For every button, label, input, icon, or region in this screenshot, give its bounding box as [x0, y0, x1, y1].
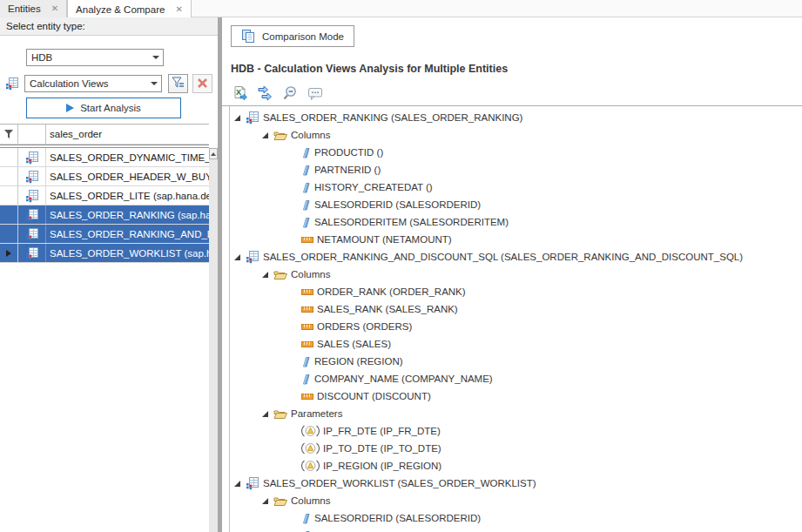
tree-row[interactable]: SALES_RANK (SALES_RANK) — [230, 300, 802, 318]
tree-item-label: SALESORDERID (SALESORDERID) — [314, 199, 481, 210]
comparison-mode-label: Comparison Mode — [262, 31, 344, 42]
tree-row[interactable]: IP_FR_DTE (IP_FR_DTE) — [230, 422, 802, 440]
grid-filter-input[interactable]: sales_order — [46, 129, 209, 139]
zoom-out-icon[interactable] — [281, 84, 299, 102]
tree-row[interactable]: IP_REGION (IP_REGION) — [230, 457, 802, 475]
input-parameter-icon — [301, 425, 320, 437]
tree-item-label: ORDERS (ORDERS) — [317, 321, 412, 332]
tree-item-label: IP_TO_DTE (IP_TO_DTE) — [323, 443, 441, 454]
export-to-excel-icon[interactable]: X — [231, 84, 248, 102]
entity-type-value: HDB — [27, 52, 149, 63]
expand-collapse-icon[interactable] — [233, 253, 246, 261]
measure-column-icon — [301, 393, 313, 401]
analysis-panel: Comparison Mode HDB - Calculation Views … — [222, 17, 802, 532]
expand-collapse-icon[interactable] — [261, 131, 273, 139]
entity-list-scrollbar[interactable] — [209, 148, 218, 532]
tree-row[interactable]: Columns — [230, 492, 802, 509]
expand-all-icon[interactable] — [256, 84, 273, 102]
tree-row[interactable]: SALES_ORDER_RANKING (SALES_ORDER_RANKING… — [230, 109, 802, 126]
tab-analyze-compare[interactable]: Analyze & Compare ✕ — [67, 0, 192, 18]
tree-row[interactable]: COMPANY_NAME (COMPANY_NAME) — [230, 370, 802, 387]
close-icon[interactable]: ✕ — [175, 5, 182, 14]
panel-title: Select entity type: — [0, 17, 218, 36]
start-analysis-button[interactable]: Start Analysis — [26, 98, 181, 118]
tree-row[interactable]: SALES (SALES) — [230, 335, 802, 353]
comparison-mode-button[interactable]: Comparison Mode — [231, 25, 354, 47]
tree-item-label: Columns — [291, 269, 330, 279]
tree-row[interactable]: DISCOUNT (DISCOUNT) — [230, 387, 802, 405]
row-gutter-cell — [0, 167, 18, 185]
entity-grid: sales_order — [0, 124, 209, 263]
copy-documents-icon — [241, 29, 256, 44]
expand-collapse-icon[interactable] — [261, 497, 273, 505]
svg-text:X: X — [236, 88, 241, 97]
entity-label: SALES_ORDER_DYNAMIC_TIME_PER — [46, 152, 209, 163]
expand-collapse-icon[interactable] — [233, 114, 246, 122]
tree-row[interactable]: Parameters — [230, 405, 802, 422]
tree-row[interactable]: NETAMOUNT (NETAMOUNT) — [230, 231, 802, 248]
entity-list-item[interactable]: SALES_ORDER_RANKING_AND_DISC — [0, 225, 209, 244]
tree-item-label: DISCOUNT (DISCOUNT) — [317, 391, 431, 401]
tree-item-label: PARTNERID () — [314, 165, 381, 175]
tree-row[interactable]: SALESORDERID (SALESORDERID) — [230, 509, 802, 527]
tree-item-label: COMPANY_NAME (COMPANY_NAME) — [314, 374, 493, 384]
view-type-value: Calculation Views — [25, 78, 147, 89]
folder-open-icon — [273, 408, 287, 420]
measure-column-icon — [301, 236, 313, 244]
entity-type-dropdown[interactable]: HDB — [26, 49, 164, 66]
tree-item-label: NETAMOUNT (NETAMOUNT) — [317, 234, 452, 245]
calculation-view-icon — [5, 77, 19, 92]
tree-row[interactable]: SALESORDERITEM (SALESORDERITEM) — [230, 213, 802, 231]
tree-item-label: Columns — [291, 130, 330, 140]
tree-row[interactable]: PARTNERID () — [230, 161, 802, 178]
measure-column-icon — [301, 306, 313, 313]
expand-collapse-icon[interactable] — [261, 271, 273, 279]
clear-filter-button[interactable] — [192, 74, 212, 93]
row-gutter-cell — [0, 205, 18, 224]
expand-collapse-icon[interactable] — [261, 410, 273, 418]
tree-row[interactable]: HISTORY_CREATEDAT () — [230, 178, 802, 196]
entity-list-item[interactable]: SALES_ORDER_DYNAMIC_TIME_PER — [0, 148, 209, 167]
tree-row[interactable]: REGION (REGION) — [230, 353, 802, 370]
tree-row[interactable]: Columns — [230, 126, 802, 144]
tree-row[interactable]: SALES_ORDER_RANKING_AND_DISCOUNT_SQL (SA… — [230, 248, 802, 266]
tree-item-label: SALES_RANK (SALES_RANK) — [317, 304, 458, 314]
tree-item-label: SALES_ORDER_RANKING_AND_DISCOUNT_SQL (SA… — [263, 252, 743, 262]
tab-entities[interactable]: Entities ✕ — [0, 0, 67, 17]
filter-button[interactable] — [168, 74, 188, 93]
tree-row[interactable]: ORDERS (ORDERS) — [230, 318, 802, 335]
tab-strip: Entities ✕ Analyze & Compare ✕ — [0, 0, 802, 17]
measure-column-icon — [301, 288, 313, 296]
entity-list-item[interactable]: SALES_ORDER_HEADER_W_BUYER ( — [0, 167, 209, 186]
start-analysis-label: Start Analysis — [80, 103, 141, 113]
tree-row[interactable]: ORDER_RANK (ORDER_RANK) — [230, 283, 802, 300]
analysis-toolbar: X — [231, 84, 324, 102]
tree-item-label: SALESORDERITEM (SALESORDERITEM) — [314, 217, 509, 227]
tree-row[interactable]: PRODUCTID () — [230, 144, 802, 161]
play-icon — [66, 104, 74, 112]
analysis-title: HDB - Calculation Views Analysis for Mul… — [231, 63, 508, 75]
close-icon[interactable]: ✕ — [51, 4, 58, 13]
attribute-column-icon — [301, 356, 311, 367]
comments-icon[interactable] — [307, 84, 324, 102]
filter-gutter-cell[interactable] — [0, 125, 18, 144]
analysis-tree: SALES_ORDER_RANKING (SALES_ORDER_RANKING… — [229, 106, 802, 532]
filter-icon-cell[interactable] — [18, 125, 46, 144]
tree-item-label: REGION (REGION) — [314, 356, 403, 367]
entity-label: SALES_ORDER_RANKING_AND_DISC — [46, 229, 209, 239]
tree-row[interactable]: SALES_ORDER_WORKLIST (SALES_ORDER_WORKLI… — [230, 475, 802, 492]
input-parameter-icon — [301, 460, 320, 472]
tree-row[interactable]: IP_TO_DTE (IP_TO_DTE) — [230, 440, 802, 457]
view-type-dropdown[interactable]: Calculation Views — [24, 75, 162, 92]
tree-row[interactable]: SALESORDERID (SALESORDERID) — [230, 196, 802, 213]
tree-row[interactable]: PARTNERID (PARTNER_PARTNERID) — [230, 527, 802, 532]
tree-row[interactable]: Columns — [230, 266, 802, 283]
expand-collapse-icon[interactable] — [233, 480, 246, 488]
scroll-up-icon[interactable] — [209, 148, 218, 159]
entity-list-item[interactable]: SALES_ORDER_LITE (sap.hana.demo — [0, 186, 209, 205]
tab-entities-label: Entities — [8, 3, 41, 14]
entity-list-item[interactable]: SALES_ORDER_WORKLIST (sap.hana — [0, 244, 209, 263]
funnel-icon — [3, 129, 14, 139]
entity-list-item[interactable]: SALES_ORDER_RANKING (sap.hana. — [0, 205, 209, 225]
row-gutter-cell — [0, 244, 18, 262]
